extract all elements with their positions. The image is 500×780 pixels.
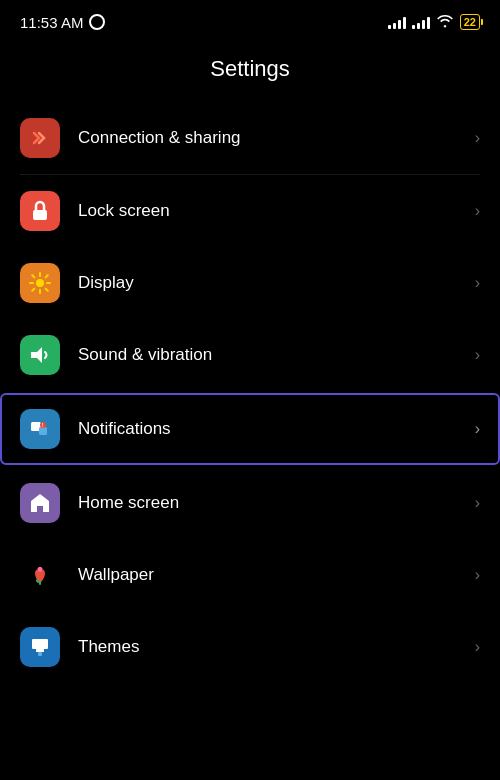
settings-item-display[interactable]: Display › (0, 247, 500, 319)
display-icon-bg (20, 263, 60, 303)
wallpaper-chevron: › (475, 566, 480, 584)
svg-marker-10 (31, 347, 42, 363)
svg-rect-0 (33, 210, 47, 220)
display-chevron: › (475, 274, 480, 292)
svg-rect-16 (32, 639, 48, 649)
svg-line-6 (32, 275, 34, 277)
battery-level: 22 (464, 16, 476, 28)
connection-sharing-icon-bg (20, 118, 60, 158)
sound-vibration-label: Sound & vibration (78, 345, 475, 365)
wifi-icon (436, 14, 454, 31)
connection-sharing-label: Connection & sharing (78, 128, 475, 148)
lock-screen-chevron: › (475, 202, 480, 220)
settings-item-lock-screen[interactable]: Lock screen › (0, 175, 500, 247)
display-label: Display (78, 273, 475, 293)
home-icon (28, 491, 52, 515)
svg-point-1 (36, 279, 44, 287)
home-screen-icon-bg (20, 483, 60, 523)
wallpaper-label: Wallpaper (78, 565, 475, 585)
page-title: Settings (0, 40, 500, 102)
svg-line-7 (46, 289, 48, 291)
settings-item-wallpaper[interactable]: Wallpaper › (0, 539, 500, 611)
display-icon (28, 271, 52, 295)
notifications-chevron: › (475, 420, 480, 438)
status-bar: 11:53 AM 22 (0, 0, 500, 40)
signal-bar-2-2 (417, 23, 420, 29)
settings-item-home-screen[interactable]: Home screen › (0, 467, 500, 539)
sound-icon-bg (20, 335, 60, 375)
wallpaper-icon (28, 563, 52, 587)
svg-rect-17 (36, 649, 44, 652)
signal-bar-3 (398, 20, 401, 29)
signal-bars-icon (388, 15, 406, 29)
svg-rect-18 (38, 652, 42, 656)
lock-icon (28, 199, 52, 223)
home-screen-chevron: › (475, 494, 480, 512)
home-screen-label: Home screen (78, 493, 475, 513)
time-display: 11:53 AM (20, 14, 83, 31)
notifications-icon: ! (28, 417, 52, 441)
signal-bars-2-icon (412, 15, 430, 29)
settings-list: Connection & sharing › Lock screen › (0, 102, 500, 683)
themes-icon (28, 635, 52, 659)
status-left: 11:53 AM (20, 14, 105, 31)
themes-label: Themes (78, 637, 475, 657)
lock-screen-label: Lock screen (78, 201, 475, 221)
themes-chevron: › (475, 638, 480, 656)
svg-rect-12 (39, 427, 47, 435)
notifications-label: Notifications (78, 419, 475, 439)
signal-bar-4 (403, 17, 406, 29)
settings-item-connection-sharing[interactable]: Connection & sharing › (0, 102, 500, 174)
sound-vibration-chevron: › (475, 346, 480, 364)
svg-line-8 (46, 275, 48, 277)
signal-bar-2 (393, 23, 396, 29)
signal-bar-2-1 (412, 25, 415, 29)
svg-rect-15 (39, 581, 41, 585)
wallpaper-icon-bg (20, 555, 60, 595)
svg-line-9 (32, 289, 34, 291)
connection-icon (28, 126, 52, 150)
sound-icon (28, 343, 52, 367)
notifications-icon-bg: ! (20, 409, 60, 449)
signal-bar-2-3 (422, 20, 425, 29)
status-circle-icon (89, 14, 105, 30)
themes-icon-bg (20, 627, 60, 667)
battery-indicator: 22 (460, 14, 480, 30)
connection-sharing-chevron: › (475, 129, 480, 147)
signal-bar-2-4 (427, 17, 430, 29)
lock-screen-icon-bg (20, 191, 60, 231)
settings-item-themes[interactable]: Themes › (0, 611, 500, 683)
signal-bar-1 (388, 25, 391, 29)
settings-item-sound-vibration[interactable]: Sound & vibration › (0, 319, 500, 391)
settings-item-notifications[interactable]: ! Notifications › (0, 393, 500, 465)
status-right: 22 (388, 14, 480, 31)
